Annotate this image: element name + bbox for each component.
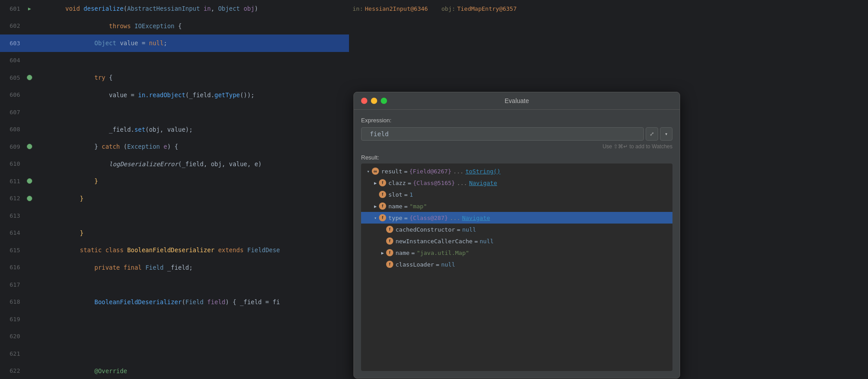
tree-row-name-map[interactable]: ▶ f name = "map" xyxy=(361,200,672,212)
tree-val-clazz: {Class@5165} xyxy=(413,180,455,186)
line-num-604: 604 xyxy=(0,57,25,64)
tree-eq-type: = xyxy=(404,215,408,221)
line-num-619: 619 xyxy=(0,316,25,323)
toggle-result[interactable]: ▾ xyxy=(365,169,372,174)
expression-label: Expression: xyxy=(361,117,672,124)
toggle-type[interactable]: ▾ xyxy=(372,215,379,220)
line-num-610: 610 xyxy=(0,160,25,167)
dialog-titlebar: Evaluate xyxy=(354,92,680,110)
in-label: in: xyxy=(353,5,363,12)
field-icon-clazz: f xyxy=(379,179,386,186)
line-num-606: 606 xyxy=(0,91,25,98)
tree-eq-slot: = xyxy=(404,191,408,198)
tree-eq-name-javamap: = xyxy=(411,250,415,256)
evaluate-dialog: Evaluate Expression: ⤢ ▾ Use ⇧⌘↵ to add … xyxy=(353,92,680,379)
tree-val-name-javamap: "java.util.Map" xyxy=(417,250,469,256)
field-icon-cached: f xyxy=(386,226,393,233)
result-tree[interactable]: ▾ ∞ result = {Field@6267} ... toString()… xyxy=(361,164,672,371)
toggle-name-map[interactable]: ▶ xyxy=(372,204,379,209)
line-num-603: 603 xyxy=(0,40,25,47)
tree-row-class-loader[interactable]: f classLoader = null xyxy=(361,258,672,270)
tree-ellipsis-clazz: ... xyxy=(457,180,467,186)
tree-val-name-map: "map" xyxy=(409,203,427,210)
code-line-606: 606 value = in.readObject(_field.getType… xyxy=(0,86,349,104)
close-button[interactable] xyxy=(361,98,367,104)
tree-row-result[interactable]: ▾ ∞ result = {Field@6267} ... toString() xyxy=(361,165,672,177)
line-num-605: 605 xyxy=(0,74,25,81)
watches-hint: Use ⇧⌘↵ to add to Watches xyxy=(361,143,672,150)
code-line-603: 603 Object value = null; xyxy=(0,34,349,52)
tree-row-clazz[interactable]: ▶ f clazz = {Class@5165} ... Navigate xyxy=(361,177,672,189)
tree-val-new-instance: null xyxy=(480,238,494,245)
param-hints-bar: in: Hessian2Input@6346 obj: TiedMapEntry… xyxy=(349,0,517,17)
tree-eq-name-map: = xyxy=(404,203,408,210)
tree-eq-result: = xyxy=(404,168,408,175)
code-line-619: 619 xyxy=(0,310,349,328)
expression-input[interactable] xyxy=(361,127,644,141)
breakpoint-605 xyxy=(27,75,32,80)
watches-hint-text: Use ⇧⌘↵ to add to Watches xyxy=(603,143,672,150)
current-line-arrow: ▶ xyxy=(28,6,31,12)
line-num-618: 618 xyxy=(0,298,25,305)
gutter-605 xyxy=(25,75,34,80)
tree-name-new-instance: newInstanceCallerCache xyxy=(396,238,472,245)
traffic-lights xyxy=(361,98,387,104)
tree-name-class-loader: classLoader xyxy=(396,261,434,268)
field-icon-name-javamap: f xyxy=(386,249,393,256)
tree-row-name-javamap[interactable]: ▶ f name = "java.util.Map" xyxy=(361,247,672,258)
tree-link-clazz[interactable]: Navigate xyxy=(469,180,497,186)
editor: in: Hessian2Input@6346 obj: TiedMapEntry… xyxy=(0,0,868,379)
line-num-612: 612 xyxy=(0,195,25,202)
code-line-612: 612 } xyxy=(0,190,349,207)
tree-val-result: {Field@6267} xyxy=(409,168,451,175)
line-num-620: 620 xyxy=(0,333,25,340)
line-num-613: 613 xyxy=(0,212,25,219)
tree-eq-clazz: = xyxy=(408,180,411,186)
line-num-607: 607 xyxy=(0,109,25,116)
code-text-622: @Override xyxy=(34,345,127,379)
tree-val-type: {Class@287} xyxy=(409,215,448,221)
code-line-620: 620 xyxy=(0,328,349,345)
line-num-609: 609 xyxy=(0,143,25,150)
tree-ellipsis-type: ... xyxy=(450,215,460,221)
line-num-601: 601 xyxy=(0,5,25,12)
dropdown-button[interactable]: ▾ xyxy=(660,127,672,141)
tree-name-clazz: clazz xyxy=(388,180,406,186)
tree-link-type[interactable]: Navigate xyxy=(462,215,490,221)
line-num-614: 614 xyxy=(0,229,25,236)
tree-row-slot[interactable]: f slot = 1 xyxy=(361,189,672,200)
tree-val-cached: null xyxy=(462,226,476,233)
result-label: Result: xyxy=(361,154,672,161)
field-icon-type: f xyxy=(379,214,386,221)
code-line-622: 622 @Override xyxy=(0,362,349,379)
expand-button[interactable]: ⤢ xyxy=(646,127,658,141)
in-value: Hessian2Input@6346 xyxy=(365,5,428,12)
gutter-601: ▶ xyxy=(25,6,34,12)
tree-row-type[interactable]: ▾ f type = {Class@287} ... Navigate xyxy=(361,212,672,224)
line-num-621: 621 xyxy=(0,350,25,357)
dialog-body: Expression: ⤢ ▾ Use ⇧⌘↵ to add to Watche… xyxy=(354,110,680,378)
code-line-616: 616 private final Field _field; xyxy=(0,259,349,276)
gutter-612 xyxy=(25,196,34,201)
expression-input-row: ⤢ ▾ xyxy=(361,127,672,141)
tree-row-new-instance-caller[interactable]: f newInstanceCallerCache = null xyxy=(361,235,672,247)
field-icon-class-loader: f xyxy=(386,261,393,268)
gutter-611 xyxy=(25,178,34,184)
line-num-617: 617 xyxy=(0,281,25,288)
tree-link-result[interactable]: toString() xyxy=(465,168,500,175)
field-icon-slot: f xyxy=(379,191,386,198)
line-num-611: 611 xyxy=(0,178,25,185)
tree-val-class-loader: null xyxy=(441,261,455,268)
toggle-name-javamap[interactable]: ▶ xyxy=(379,250,386,255)
minimize-button[interactable] xyxy=(371,98,377,104)
line-num-616: 616 xyxy=(0,264,25,271)
tree-eq-cached: = xyxy=(457,226,460,233)
tree-row-cached-constructor[interactable]: f cachedConstructor = null xyxy=(361,224,672,235)
breakpoint-612 xyxy=(27,196,32,201)
toggle-clazz[interactable]: ▶ xyxy=(372,181,379,185)
maximize-button[interactable] xyxy=(381,98,387,104)
breakpoint-611 xyxy=(27,178,32,184)
field-icon-result: ∞ xyxy=(372,168,379,175)
code-area: 601 ▶ void deserialize(AbstractHessianIn… xyxy=(0,0,349,379)
tree-name-slot: slot xyxy=(388,191,402,198)
